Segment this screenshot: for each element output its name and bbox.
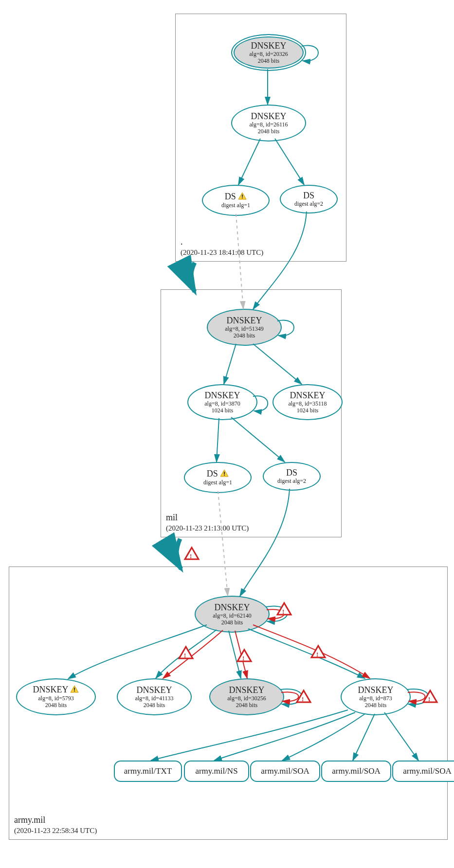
node-title: DNSKEY <box>214 602 250 613</box>
zone-army-label: army.mil (2020-11-23 22:58:34 UTC) <box>14 815 97 835</box>
node-sub: digest alg=1 <box>203 479 232 486</box>
rr-label: army.mil/SOA <box>403 766 451 776</box>
node-sub: alg=8, id=20326 <box>249 51 288 58</box>
svg-rect-5 <box>224 475 225 476</box>
node-title: DNSKEY <box>290 390 325 401</box>
warning-icon <box>220 469 229 479</box>
zone-timestamp: (2020-11-23 22:58:34 UTC) <box>14 826 97 836</box>
node-army-k3: DNSKEY alg=8, id=30256 2048 bits <box>209 678 284 715</box>
node-title: DNSKEY <box>226 316 262 326</box>
zone-name: mil <box>166 512 249 523</box>
node-title: DNSKEY <box>229 685 264 695</box>
zone-timestamp: (2020-11-23 18:41:08 UTC) <box>181 248 263 258</box>
zone-root-label: . (2020-11-23 18:41:08 UTC) <box>181 236 263 257</box>
svg-text:!: ! <box>190 552 192 560</box>
node-sub: 2048 bits <box>236 702 257 709</box>
node-sub: digest alg=2 <box>294 201 323 208</box>
node-sub: 1024 bits <box>297 407 318 414</box>
ds-label: DS <box>207 469 218 478</box>
node-mil-zsk1: DNSKEY alg=8, id=3870 1024 bits <box>187 384 257 420</box>
rr-label: army.mil/TXT <box>124 766 172 776</box>
node-mil-ksk: DNSKEY alg=8, id=51349 2048 bits <box>207 309 282 346</box>
node-root-zsk: DNSKEY alg=8, id=26116 2048 bits <box>231 105 306 142</box>
node-mil-ds1: DS digest alg=1 <box>184 462 252 493</box>
dnssec-graph: . (2020-11-23 18:41:08 UTC) mil (2020-11… <box>0 0 454 868</box>
node-sub: alg=8, id=62140 <box>213 613 252 620</box>
node-root-ksk: DNSKEY alg=8, id=20326 2048 bits <box>231 34 306 71</box>
zone-mil-label: mil (2020-11-23 21:13:00 UTC) <box>166 512 249 533</box>
warning-icon <box>238 192 247 202</box>
rr-txt: army.mil/TXT <box>114 761 182 782</box>
ds-label: DS <box>225 192 236 201</box>
node-sub: 1024 bits <box>212 407 233 414</box>
node-title: DNSKEY <box>33 685 79 695</box>
rr-soa-3: army.mil/SOA <box>392 761 454 782</box>
node-sub: alg=8, id=35118 <box>288 401 327 407</box>
node-title: DNSKEY <box>358 685 393 695</box>
node-sub: 2048 bits <box>365 702 386 709</box>
node-sub: alg=8, id=41133 <box>135 695 173 702</box>
node-sub: 2048 bits <box>258 58 279 65</box>
svg-rect-2 <box>242 197 243 198</box>
error-icon: ! <box>185 548 199 560</box>
svg-rect-7 <box>74 688 75 690</box>
zone-timestamp: (2020-11-23 21:13:00 UTC) <box>166 524 249 533</box>
node-sub: digest alg=2 <box>277 478 306 485</box>
zone-name: army.mil <box>14 815 97 826</box>
node-sub: alg=8, id=873 <box>359 695 392 702</box>
rr-label: army.mil/SOA <box>332 766 380 776</box>
rr-label: army.mil/NS <box>195 766 237 776</box>
node-army-k2: DNSKEY alg=8, id=41133 2048 bits <box>117 678 192 715</box>
node-army-ksk: DNSKEY alg=8, id=62140 2048 bits <box>195 596 270 633</box>
node-title: DS <box>303 191 314 201</box>
node-army-k1: DNSKEY alg=8, id=5793 2048 bits <box>16 678 96 715</box>
svg-rect-4 <box>224 472 225 474</box>
warning-icon <box>70 685 79 695</box>
svg-marker-9 <box>185 548 199 559</box>
node-sub: alg=8, id=5793 <box>38 695 74 702</box>
node-root-ds1: DS digest alg=1 <box>202 185 270 216</box>
node-title: DNSKEY <box>136 685 172 695</box>
node-title: DNSKEY <box>251 41 286 51</box>
svg-rect-1 <box>242 195 243 197</box>
node-sub: digest alg=1 <box>221 202 250 209</box>
node-army-k4: DNSKEY alg=8, id=873 2048 bits <box>341 678 411 715</box>
node-title: DS <box>286 468 297 478</box>
node-title: DS <box>207 469 229 479</box>
node-sub: 2048 bits <box>258 128 279 135</box>
node-mil-ds2: DS digest alg=2 <box>263 462 321 491</box>
node-title: DNSKEY <box>204 390 240 401</box>
node-sub: 2048 bits <box>144 702 165 709</box>
node-sub: alg=8, id=51349 <box>225 326 264 333</box>
node-sub: alg=8, id=26116 <box>249 122 288 128</box>
rr-soa-1: army.mil/SOA <box>250 761 320 782</box>
node-title: DNSKEY <box>251 111 286 122</box>
node-root-ds2: DS digest alg=2 <box>280 185 338 213</box>
node-title: DS <box>225 192 247 202</box>
rr-ns: army.mil/NS <box>184 761 249 782</box>
node-sub: alg=8, id=3870 <box>204 401 240 407</box>
rr-soa-2: army.mil/SOA <box>321 761 391 782</box>
node-sub: 2048 bits <box>221 620 243 626</box>
zone-name: . <box>181 236 263 248</box>
node-sub: alg=8, id=30256 <box>227 695 266 702</box>
node-sub: 2048 bits <box>45 702 67 709</box>
node-sub: 2048 bits <box>234 333 255 339</box>
key-label: DNSKEY <box>33 685 68 694</box>
rr-label: army.mil/SOA <box>261 766 309 776</box>
node-mil-zsk2: DNSKEY alg=8, id=35118 1024 bits <box>272 384 343 420</box>
svg-rect-8 <box>74 691 75 691</box>
